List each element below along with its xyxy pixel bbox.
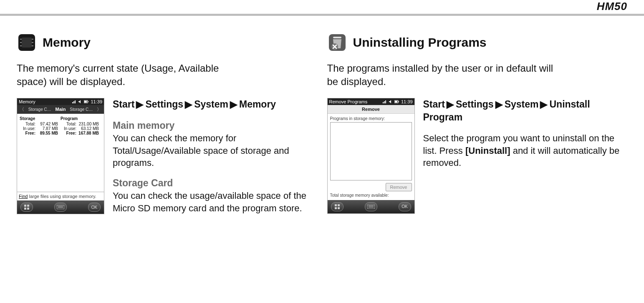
program-total-label: Total: (61, 122, 78, 126)
storage-inuse: 7.87 MB (43, 126, 58, 131)
window-title: Remove Programs (329, 99, 368, 104)
uninstall-intro: The programs installed by the user or in… (327, 62, 561, 89)
svg-rect-1 (22, 38, 32, 48)
tab-storage-right[interactable]: Storage C… (70, 107, 93, 112)
storage-header: Storage (20, 116, 61, 121)
uninstall-nav-path: Start▶Settings▶System▶Uninstall Program (423, 98, 628, 124)
section-title-uninstall: Uninstalling Programs (353, 35, 487, 50)
svg-rect-13 (24, 208, 26, 210)
ok-button[interactable]: OK (88, 203, 101, 212)
uninstall-section: Uninstalling Programs The programs insta… (327, 33, 628, 214)
program-free-label: Free: (61, 131, 78, 135)
svg-rect-23 (395, 101, 397, 103)
storage-card-body: You can check the usage/available space … (113, 190, 317, 214)
programs-list-label: Programs in storage memory: (330, 116, 412, 121)
uninstall-body: Select the program you want to uninstall… (423, 132, 628, 169)
battery-icon (394, 100, 399, 103)
svg-rect-12 (27, 205, 29, 207)
chevron-left-icon[interactable]: 〈 (20, 106, 24, 113)
remove-button[interactable]: Remove (386, 183, 412, 191)
svg-rect-15 (57, 205, 64, 209)
section-title-memory: Memory (43, 35, 91, 50)
memory-intro: The memory's current state (Usage, Avail… (17, 62, 250, 89)
tab-storage-left[interactable]: Storage C… (28, 107, 51, 112)
storage-total: 97.42 MB (40, 122, 58, 126)
svg-rect-10 (84, 101, 87, 103)
header-divider (0, 14, 644, 16)
memory-section: Memory The memory's current state (Usage… (17, 33, 317, 214)
chevron-right-icon[interactable]: 〉 (97, 106, 101, 113)
svg-rect-24 (335, 204, 337, 206)
svg-rect-9 (88, 101, 88, 102)
storage-free: 89.55 MB (40, 131, 58, 135)
storage-inuse-label: In use: (20, 126, 37, 131)
svg-rect-14 (27, 208, 29, 210)
main-memory-body: You can check the memory for Total/Usage… (113, 132, 317, 169)
svg-rect-22 (398, 101, 399, 102)
uninstall-icon (327, 33, 347, 53)
memory-screenshot: Memory 11:39 〈 (17, 98, 104, 215)
svg-rect-11 (24, 205, 26, 207)
program-inuse: 63.12 MB (81, 126, 99, 131)
uninstall-screenshot: Remove Programs 11:39 (327, 98, 415, 214)
svg-rect-26 (335, 207, 337, 209)
storage-card-subtitle: Storage Card (113, 177, 317, 190)
volume-icon (389, 100, 393, 104)
window-title: Memory (19, 99, 35, 104)
storage-free-label: Free: (20, 131, 37, 135)
svg-rect-19 (333, 37, 341, 38)
start-button[interactable] (20, 203, 33, 212)
find-text: large files using storage memory. (28, 194, 96, 199)
program-inuse-label: In use: (61, 126, 78, 131)
volume-icon (78, 100, 82, 104)
available-memory-label: Total storage memory available: (330, 193, 412, 198)
program-free: 167.88 MB (78, 131, 99, 135)
model-label: HM50 (597, 0, 627, 13)
svg-rect-27 (338, 207, 340, 209)
svg-rect-25 (338, 204, 340, 206)
svg-rect-28 (367, 205, 375, 209)
signal-icon (383, 100, 387, 104)
find-link[interactable]: Find (19, 194, 28, 199)
program-header: Program (61, 116, 101, 121)
program-total: 231.00 MB (79, 122, 99, 126)
battery-icon (84, 100, 89, 103)
keyboard-button[interactable] (54, 203, 67, 212)
memory-nav-path: Start▶Settings▶System▶Memory (113, 98, 317, 111)
storage-total-label: Total: (20, 122, 37, 126)
programs-listbox[interactable] (330, 122, 412, 180)
start-button[interactable] (331, 202, 343, 211)
remove-subtitle: Remove (328, 105, 414, 114)
ok-button[interactable]: OK (399, 202, 411, 211)
signal-icon (72, 100, 76, 104)
clock-time: 11:39 (91, 99, 102, 104)
main-memory-subtitle: Main memory (113, 119, 317, 132)
tab-main[interactable]: Main (55, 107, 66, 112)
memory-chip-icon (17, 33, 37, 53)
keyboard-button[interactable] (365, 202, 377, 211)
clock-time: 11:39 (401, 99, 413, 104)
